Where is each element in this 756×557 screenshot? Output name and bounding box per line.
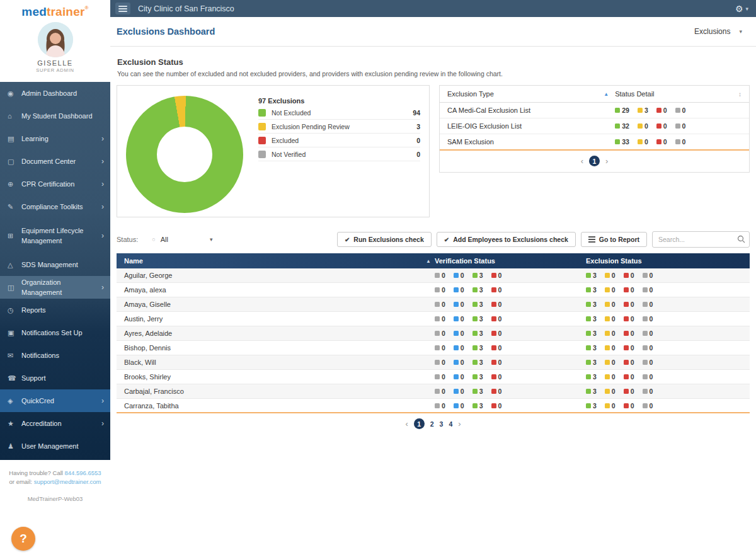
organization-management-icon: ◫ bbox=[8, 284, 21, 292]
table-row[interactable]: SAM Exclusion33000 bbox=[440, 134, 749, 151]
red-count-badge: 0 bbox=[624, 330, 634, 337]
table-row[interactable]: Ayres, Adelaide00303000 bbox=[117, 326, 750, 341]
table-row[interactable]: CA Medi-Cal Exclusion List29300 bbox=[440, 103, 749, 118]
sidebar-item-cpr-certification[interactable]: ⊕CPR Certification› bbox=[0, 173, 110, 195]
logo-trainer: trainer bbox=[47, 5, 85, 18]
gray-count-badge: 0 bbox=[675, 138, 686, 146]
sort-icon[interactable]: ↕ bbox=[738, 91, 742, 98]
support-phone-link[interactable]: 844.596.6553 bbox=[65, 469, 101, 476]
sidebar-item-quickcred[interactable]: ◈QuickCred› bbox=[0, 389, 110, 412]
chevron-right-icon: › bbox=[101, 283, 104, 292]
sidebar-item-reports[interactable]: ◷Reports bbox=[0, 299, 110, 321]
table-row[interactable]: Carranza, Tabitha00303000 bbox=[117, 399, 750, 413]
gray-count-badge: 0 bbox=[643, 301, 653, 308]
sidebar-item-accreditation[interactable]: ★Accreditation› bbox=[0, 412, 110, 435]
pagination-prev[interactable]: ‹ bbox=[405, 419, 408, 428]
view-selector-dropdown[interactable]: Exclusions ▾ bbox=[694, 27, 742, 36]
red-count-badge: 0 bbox=[491, 373, 502, 381]
table-row[interactable]: Black, Will00303000 bbox=[117, 355, 750, 370]
gray-count-badge: 0 bbox=[643, 388, 653, 395]
green-count-badge: 3 bbox=[586, 286, 597, 294]
exclusion-type-pagination: ‹1› bbox=[440, 151, 749, 172]
content: Exclusion Status You can see the number … bbox=[110, 57, 756, 435]
support-email-link[interactable]: support@medtrainer.com bbox=[34, 478, 101, 485]
notifications-icon: ✉ bbox=[8, 352, 21, 360]
gray-count-badge: 0 bbox=[435, 315, 445, 323]
chevron-right-icon: › bbox=[101, 134, 104, 143]
legend-value: 0 bbox=[416, 137, 420, 144]
exclusion-type-column-header[interactable]: Exclusion Type ▲ bbox=[447, 90, 615, 98]
gear-icon[interactable]: ⚙ bbox=[735, 4, 743, 14]
avatar[interactable] bbox=[38, 22, 73, 57]
green-count-badge: 3 bbox=[472, 402, 483, 410]
status-detail-column-header[interactable]: Status Detail ↕ bbox=[615, 90, 742, 98]
sidebar-item-user-management[interactable]: ♟User Management bbox=[0, 435, 110, 457]
legend-swatch bbox=[258, 137, 266, 144]
sidebar-item-support[interactable]: ☎Support bbox=[0, 367, 110, 389]
chevron-right-icon: › bbox=[101, 231, 104, 240]
compliance-toolkits-icon: ✎ bbox=[8, 203, 21, 211]
green-count-badge: 29 bbox=[615, 106, 629, 114]
sidebar-item-notifications[interactable]: ✉Notifications bbox=[0, 344, 110, 367]
sidebar-item-learning[interactable]: ▤Learning› bbox=[0, 127, 110, 150]
table-row[interactable]: Brooks, Shirley00303000 bbox=[117, 370, 750, 384]
hamburger-menu-icon[interactable] bbox=[115, 3, 130, 14]
verification-status-column-header[interactable]: Verification Status bbox=[435, 257, 586, 265]
sidebar-item-notifications-setup[interactable]: ▣Notifications Set Up bbox=[0, 321, 110, 344]
sidebar-item-document-center[interactable]: ▢Document Center› bbox=[0, 150, 110, 173]
pagination-next[interactable]: › bbox=[605, 156, 608, 166]
table-row[interactable]: Carbajal, Francisco00303000 bbox=[117, 384, 750, 399]
pagination-next[interactable]: › bbox=[458, 419, 461, 428]
settings-menu[interactable]: ⚙ ▾ bbox=[735, 4, 748, 14]
provider-name: Carranza, Tabitha bbox=[124, 402, 435, 410]
search-icon[interactable] bbox=[737, 235, 745, 243]
pagination-page-4[interactable]: 4 bbox=[449, 420, 452, 428]
pagination-page-2[interactable]: 2 bbox=[430, 420, 434, 428]
red-count-badge: 0 bbox=[624, 301, 634, 308]
table-row[interactable]: Amaya, alexa00303000 bbox=[117, 283, 750, 297]
pagination-page-1[interactable]: 1 bbox=[589, 156, 600, 166]
topbar: City Clinic of San Francisco ⚙ ▾ bbox=[110, 0, 756, 17]
run-exclusions-check-button[interactable]: ✔ Run Exclusions check bbox=[337, 232, 432, 247]
sidebar-item-admin-dashboard[interactable]: ◉Admin Dashboard bbox=[0, 82, 110, 105]
sidebar-item-organization-management[interactable]: ◫Organization Management› bbox=[0, 276, 110, 299]
support-help-text: Having trouble? Call 844.596.6553 or ema… bbox=[6, 469, 104, 487]
status-filter-value: All bbox=[161, 236, 168, 243]
sidebar-item-compliance-toolkits[interactable]: ✎Compliance Toolkits› bbox=[0, 195, 110, 218]
legend-value: 94 bbox=[413, 109, 420, 117]
sidebar-item-student-dashboard[interactable]: ⌂My Student Dashboard bbox=[0, 105, 110, 127]
red-count-badge: 0 bbox=[491, 301, 502, 308]
sidebar-item-label: Learning bbox=[21, 134, 51, 144]
status-detail-badges: 32000 bbox=[615, 122, 685, 130]
legend-item: Excluded0 bbox=[258, 134, 420, 147]
help-button[interactable]: ? bbox=[11, 527, 35, 551]
sidebar-item-sds-management[interactable]: △SDS Management bbox=[0, 253, 110, 276]
go-to-report-button[interactable]: Go to Report bbox=[581, 232, 647, 247]
green-count-badge: 3 bbox=[472, 301, 483, 308]
sidebar-item-label: Support bbox=[21, 373, 49, 384]
verification-status-badges: 0030 bbox=[435, 373, 586, 381]
pagination-prev[interactable]: ‹ bbox=[581, 156, 583, 166]
table-row[interactable]: Amaya, Giselle00303000 bbox=[117, 297, 750, 312]
red-count-badge: 0 bbox=[624, 402, 634, 410]
table-row[interactable]: LEIE-OIG Exclusion List32000 bbox=[440, 118, 749, 134]
status-filter-dropdown[interactable]: Status: ○ All ▾ bbox=[117, 236, 212, 243]
user-management-icon: ♟ bbox=[8, 442, 21, 451]
document-center-icon: ▢ bbox=[8, 158, 21, 166]
go-to-report-label: Go to Report bbox=[599, 236, 639, 243]
name-column-header[interactable]: Name ▲ bbox=[124, 257, 435, 265]
sidebar-item-equipment-lifecycle[interactable]: ⊞Equipment Lifecycle Management› bbox=[0, 218, 110, 253]
table-row[interactable]: Bishop, Dennis00303000 bbox=[117, 341, 750, 355]
red-count-badge: 0 bbox=[491, 272, 502, 279]
pagination-page-1[interactable]: 1 bbox=[414, 418, 425, 429]
add-employees-button[interactable]: ✔ Add Employees to Exclusions check bbox=[437, 232, 576, 247]
table-row[interactable]: Austin, Jerry00303000 bbox=[117, 312, 750, 326]
exclusion-status-column-header[interactable]: Exclusion Status bbox=[586, 257, 742, 265]
green-count-badge: 3 bbox=[472, 330, 483, 337]
sort-asc-icon[interactable]: ▲ bbox=[426, 258, 431, 264]
pagination-page-3[interactable]: 3 bbox=[440, 420, 444, 428]
sort-asc-icon[interactable]: ▲ bbox=[604, 91, 609, 97]
search-input[interactable] bbox=[652, 231, 750, 248]
table-row[interactable]: Aguilar, George00303000 bbox=[117, 268, 750, 283]
sidebar-item-label: QuickCred bbox=[21, 396, 57, 406]
